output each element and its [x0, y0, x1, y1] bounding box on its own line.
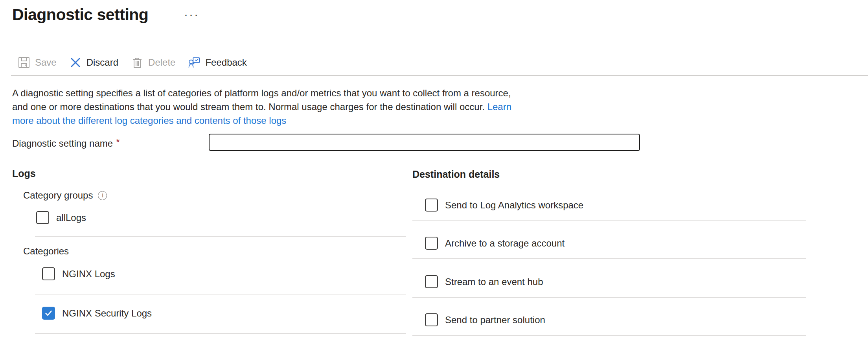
- learn-more-link[interactable]: Learn: [487, 101, 511, 112]
- feedback-button-label: Feedback: [205, 57, 246, 68]
- save-button[interactable]: Save: [18, 57, 57, 68]
- send-to-partner-solution-checkbox[interactable]: [425, 313, 438, 326]
- command-bar: Save Discard Delete: [18, 54, 247, 71]
- diagnostic-setting-page: Diagnostic setting ··· Save Discard: [0, 0, 868, 357]
- discard-button-label: Discard: [86, 57, 118, 68]
- send-to-log-analytics-label: Send to Log Analytics workspace: [445, 199, 583, 212]
- description-line-3: more about the different log categories …: [12, 114, 511, 127]
- toolbar-divider: [11, 75, 868, 76]
- description-text: A diagnostic setting specifies a list of…: [12, 86, 511, 127]
- logs-section-header: Logs: [12, 168, 36, 179]
- feedback-button[interactable]: Feedback: [188, 57, 246, 68]
- archive-to-storage-checkbox[interactable]: [425, 237, 438, 250]
- categories-label: Categories: [23, 246, 69, 257]
- alllogs-checkbox[interactable]: [36, 211, 49, 224]
- nginx-security-logs-checkbox-row[interactable]: NGINX Security Logs: [42, 307, 152, 320]
- x-icon: [70, 57, 81, 68]
- learn-more-link-continued[interactable]: more about the different log categories …: [12, 115, 286, 126]
- nginx-security-logs-checkbox[interactable]: [42, 307, 55, 320]
- stream-to-event-hub-checkbox[interactable]: [425, 275, 438, 288]
- alllogs-label: allLogs: [56, 211, 86, 224]
- diagnostic-setting-name-input[interactable]: [209, 134, 640, 151]
- category-groups-label: Category groups: [23, 190, 93, 201]
- diagnostic-setting-name-label-row: Diagnostic setting name *: [12, 138, 120, 149]
- destination-divider-2: [412, 258, 806, 259]
- destination-details-header: Destination details: [412, 169, 500, 180]
- delete-button[interactable]: Delete: [131, 57, 175, 68]
- logs-divider-3: [35, 333, 406, 334]
- diagnostic-setting-name-label: Diagnostic setting name: [12, 138, 113, 149]
- description-line-2-text: and one or more destinations that you wo…: [12, 101, 487, 112]
- floppy-disk-icon: [18, 57, 30, 68]
- ellipsis-icon[interactable]: ···: [184, 8, 199, 21]
- required-asterisk: *: [116, 137, 120, 148]
- send-to-log-analytics-checkbox[interactable]: [425, 199, 438, 212]
- nginx-logs-checkbox[interactable]: [42, 267, 55, 280]
- stream-to-event-hub-checkbox-row[interactable]: Stream to an event hub: [425, 275, 543, 288]
- destination-divider-3: [412, 297, 806, 298]
- stream-to-event-hub-label: Stream to an event hub: [445, 275, 543, 288]
- nginx-logs-checkbox-row[interactable]: NGINX Logs: [42, 267, 115, 280]
- archive-to-storage-checkbox-row[interactable]: Archive to a storage account: [425, 237, 565, 250]
- page-title: Diagnostic setting: [12, 6, 148, 24]
- destination-divider-1: [412, 220, 806, 221]
- archive-to-storage-label: Archive to a storage account: [445, 237, 565, 250]
- info-circle-icon[interactable]: i: [98, 191, 107, 200]
- nginx-security-logs-label: NGINX Security Logs: [62, 307, 152, 320]
- save-button-label: Save: [35, 57, 57, 68]
- destination-divider-4: [412, 335, 806, 336]
- discard-button[interactable]: Discard: [70, 57, 118, 68]
- alllogs-checkbox-row[interactable]: allLogs: [36, 211, 86, 224]
- trash-icon: [131, 57, 143, 68]
- send-to-partner-solution-checkbox-row[interactable]: Send to partner solution: [425, 313, 545, 326]
- nginx-logs-label: NGINX Logs: [62, 267, 115, 280]
- send-to-log-analytics-checkbox-row[interactable]: Send to Log Analytics workspace: [425, 199, 583, 212]
- logs-divider-2: [35, 294, 406, 294]
- description-line-2: and one or more destinations that you wo…: [12, 100, 511, 114]
- send-to-partner-solution-label: Send to partner solution: [445, 313, 545, 326]
- person-feedback-icon: [188, 57, 200, 68]
- category-groups-label-row: Category groups i: [23, 190, 107, 201]
- description-line-1: A diagnostic setting specifies a list of…: [12, 86, 511, 100]
- delete-button-label: Delete: [148, 57, 175, 68]
- logs-divider-1: [35, 236, 406, 237]
